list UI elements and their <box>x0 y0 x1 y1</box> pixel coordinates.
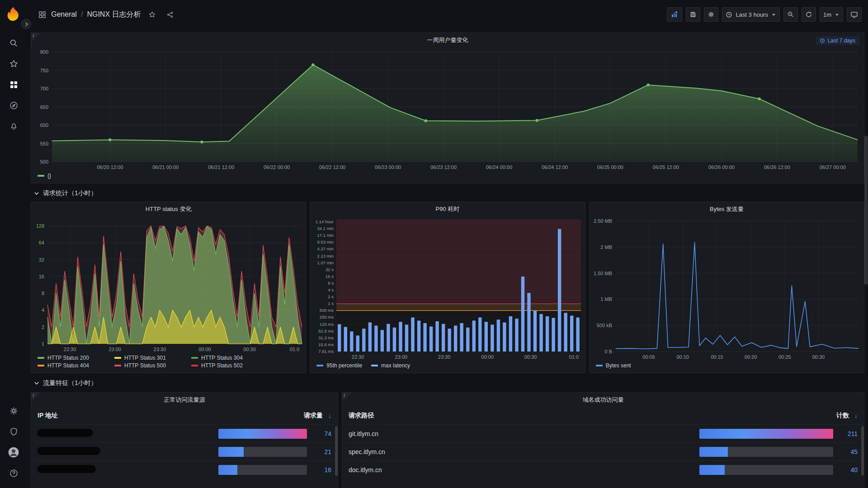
svg-text:1 MB: 1 MB <box>600 296 612 302</box>
svg-text:00:00: 00:00 <box>481 354 494 360</box>
svg-text:0 B: 0 B <box>604 349 612 354</box>
column-header-path[interactable]: 请求路径 <box>349 412 699 420</box>
svg-text:06/26 00:00: 06/26 00:00 <box>708 164 735 170</box>
kiosk-monitor-icon <box>850 11 858 19</box>
table-row[interactable]: doc.itlym.cn 40 <box>345 460 861 479</box>
time-range-picker[interactable]: Last 3 hours <box>722 7 780 22</box>
table-row[interactable]: 21 <box>34 442 335 460</box>
svg-text:31.3 ms: 31.3 ms <box>319 335 334 340</box>
panel-traffic-sources: 正常访问流量源 IP 地址 请求量 ↓ <box>31 392 338 488</box>
p90-legend: 95th percentile max latency <box>310 361 585 373</box>
dashboard-grid-icon <box>38 10 47 19</box>
legend-item[interactable]: HTTP Status 200 <box>38 355 114 361</box>
grafana-logo[interactable] <box>5 5 22 23</box>
row-header-requests[interactable]: 请求统计（1小时） <box>31 186 864 201</box>
svg-text:06/24 00:00: 06/24 00:00 <box>486 164 512 170</box>
legend-item[interactable]: HTTP Status 404 <box>38 362 114 369</box>
sidebar-expand-button[interactable] <box>21 19 31 29</box>
row-header-traffic[interactable]: 流量特征（1小时） <box>31 376 864 390</box>
legend-item[interactable]: 95th percentile <box>316 362 362 369</box>
svg-text:23:00: 23:00 <box>395 354 408 360</box>
sidebar-item-search[interactable] <box>4 33 24 53</box>
legend-item[interactable]: max latency <box>371 362 410 369</box>
svg-text:00:20: 00:20 <box>744 354 757 360</box>
sidebar-item-server-admin[interactable] <box>4 421 24 442</box>
share-dashboard-button[interactable] <box>164 8 177 21</box>
bytes-sent-chart: 00:0500:1000:1500:2000:2500:300 B500 kB1… <box>590 216 864 361</box>
legend-item[interactable]: HTTP Status 500 <box>114 362 191 369</box>
sidebar-item-dashboards[interactable] <box>4 74 24 95</box>
save-dashboard-button[interactable] <box>686 7 700 22</box>
settings-gear-icon <box>708 11 715 18</box>
table-row[interactable]: spec.itlym.cn 45 <box>345 442 861 460</box>
column-header-requests[interactable]: 请求量 ↓ <box>218 412 331 420</box>
breadcrumb-folder[interactable]: General <box>51 10 77 19</box>
grafana-flame-icon <box>5 6 22 22</box>
sidebar-item-favorites[interactable] <box>4 53 24 74</box>
refresh-button[interactable] <box>802 7 816 22</box>
panel-bytes-sent: Bytes 发送量 00:0500:1000:1500:2000:2500:30… <box>589 202 864 373</box>
column-header-count[interactable]: 计数 ↓ <box>699 412 858 420</box>
panel-info-icon[interactable] <box>31 392 41 402</box>
panel-info-icon[interactable] <box>31 33 41 42</box>
dashboard-content: 一周用户量变化 Last 7 days 06/20 12:0006/21 00:… <box>27 29 868 488</box>
table-scrollbar[interactable] <box>335 426 338 488</box>
sidebar-item-explore[interactable] <box>4 95 24 116</box>
panel-title[interactable]: HTTP status 变化 <box>31 202 306 216</box>
panel-http-status: HTTP status 变化 22:3023:0023:3000:0000:30… <box>31 202 306 373</box>
table-row[interactable]: git.itlym.cn 211 <box>345 424 861 442</box>
user-avatar <box>8 446 19 458</box>
svg-text:1.50 MB: 1.50 MB <box>594 271 612 276</box>
main-area: General / NGINX 日志分析 <box>27 0 868 488</box>
sidebar-item-help[interactable] <box>4 463 24 483</box>
redacted-ip <box>38 465 95 473</box>
table-scrollbar[interactable] <box>861 426 864 488</box>
refresh-interval-dropdown[interactable]: 1m <box>820 7 843 22</box>
favorite-star-button[interactable] <box>146 8 159 21</box>
legend-item[interactable]: HTTP Status 304 <box>191 355 268 361</box>
svg-text:500 kB: 500 kB <box>596 323 612 328</box>
page-title[interactable]: NGINX 日志分析 <box>87 10 141 19</box>
svg-text:22:30: 22:30 <box>64 347 76 352</box>
top-navbar: General / NGINX 日志分析 <box>27 0 868 29</box>
svg-text:650: 650 <box>40 104 48 110</box>
breadcrumb: General / NGINX 日志分析 <box>51 10 141 19</box>
kiosk-mode-button[interactable] <box>847 7 862 22</box>
zoom-out-icon <box>787 11 794 18</box>
sidebar-item-alerting[interactable] <box>4 116 24 136</box>
legend-item[interactable]: HTTP Status 502 <box>191 362 268 369</box>
legend-item[interactable]: {} <box>38 173 51 179</box>
sidebar-item-configuration[interactable] <box>4 400 24 421</box>
legend-item[interactable]: Bytes sent <box>596 362 631 369</box>
svg-text:06/24 12:00: 06/24 12:00 <box>542 164 568 170</box>
legend-item[interactable]: HTTP Status 301 <box>114 355 191 361</box>
table-header: IP 地址 请求量 ↓ <box>34 407 335 424</box>
panel-title[interactable]: Bytes 发送量 <box>590 202 864 216</box>
panel-title[interactable]: 正常访问流量源 <box>31 393 338 407</box>
zoom-out-button[interactable] <box>783 7 798 22</box>
refresh-icon <box>805 11 812 18</box>
panel-title[interactable]: P90 耗时 <box>310 202 585 216</box>
grafana-app: General / NGINX 日志分析 <box>0 0 868 488</box>
svg-text:06/27 00:00: 06/27 00:00 <box>820 164 846 170</box>
page-scrollbar[interactable] <box>864 136 868 285</box>
table-row[interactable]: 74 <box>34 424 335 442</box>
column-header-ip[interactable]: IP 地址 <box>38 412 218 420</box>
dashboard-settings-button[interactable] <box>704 7 718 22</box>
svg-text:01:0: 01:0 <box>290 347 299 352</box>
svg-text:06/23 12:00: 06/23 12:00 <box>430 164 457 170</box>
panel-info-icon[interactable] <box>342 392 352 402</box>
sidebar-item-profile[interactable] <box>4 442 24 463</box>
svg-text:06/20 12:00: 06/20 12:00 <box>97 164 123 170</box>
svg-text:06/22 12:00: 06/22 12:00 <box>319 164 345 170</box>
add-panel-button[interactable] <box>667 7 682 22</box>
svg-text:06/26 12:00: 06/26 12:00 <box>764 164 790 170</box>
svg-text:8.53 min: 8.53 min <box>317 239 334 244</box>
table-row[interactable]: 16 <box>34 460 335 479</box>
svg-text:06/25 00:00: 06/25 00:00 <box>597 164 623 170</box>
http-status-legend: HTTP Status 200 HTTP Status 301 HTTP Sta… <box>31 354 306 373</box>
svg-text:23:00: 23:00 <box>108 347 121 352</box>
svg-text:8: 8 <box>42 291 44 296</box>
panel-title[interactable]: 域名成功访问量 <box>342 393 864 407</box>
panel-title[interactable]: 一周用户量变化 <box>31 33 864 47</box>
